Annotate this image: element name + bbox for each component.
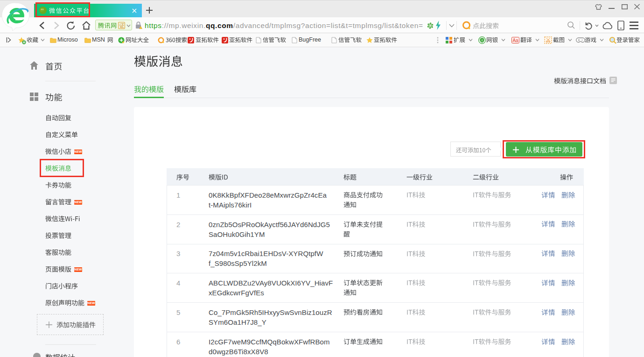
- svg-text:Aa: Aa: [512, 38, 518, 43]
